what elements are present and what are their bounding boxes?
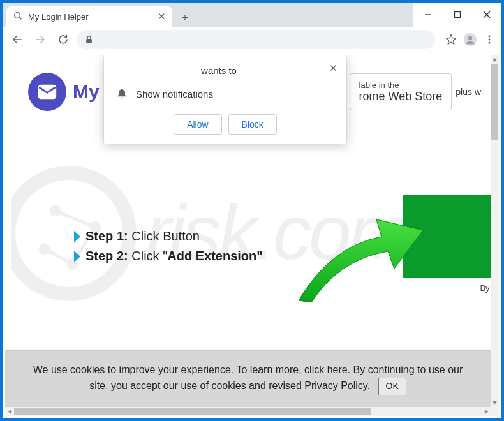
scrollbar-thumb[interactable] [491,64,498,140]
window-controls [413,3,501,27]
forward-button[interactable] [31,30,50,49]
block-button[interactable]: Block [228,114,277,135]
bell-icon [115,87,128,100]
chevron-right-icon [73,230,82,244]
allow-button[interactable]: Allow [174,114,221,135]
scrollbar-thumb[interactable] [14,408,371,415]
dialog-buttons: Allow Block [115,114,335,135]
browser-tab[interactable]: My Login Helper ✕ [6,6,172,27]
truncated-text: plus w [456,87,481,97]
dialog-close-button[interactable]: ✕ [329,63,337,74]
svg-marker-28 [493,401,497,404]
privacy-policy-link[interactable]: Privacy Policy [304,380,367,391]
svg-marker-30 [484,409,487,413]
svg-rect-3 [455,12,461,18]
tab-close-icon[interactable]: ✕ [158,11,166,22]
lock-icon[interactable] [84,34,94,44]
reload-button[interactable] [54,30,73,49]
arrow-graphic [292,208,426,306]
cookies-here-link[interactable]: here [327,364,348,375]
svg-point-13 [489,38,491,40]
svg-point-14 [489,41,491,43]
titlebar: My Login Helper ✕ + [3,3,501,27]
dialog-title: wants to [115,65,335,76]
toolbar [3,27,501,52]
window-frame: My Login Helper ✕ + [0,0,504,421]
notification-permission-dialog: ✕ wants to Show notifications Allow Bloc… [104,55,346,144]
mail-icon [28,73,66,111]
horizontal-scrollbar[interactable] [5,407,491,416]
scroll-left-icon[interactable] [5,407,14,416]
new-tab-button[interactable]: + [176,9,194,27]
back-button[interactable] [8,30,27,49]
close-window-button[interactable] [472,3,501,27]
svg-marker-26 [74,251,80,262]
cookie-banner: We use cookies to improve your experienc… [5,350,491,407]
svg-marker-9 [447,34,456,44]
search-icon [13,11,23,23]
tab-strip: My Login Helper ✕ + [3,3,413,27]
svg-point-11 [468,36,473,40]
permission-request-text: Show notifications [136,89,213,100]
permission-request-row: Show notifications [115,87,335,100]
menu-icon[interactable] [482,33,496,47]
cookies-ok-button[interactable]: OK [378,378,406,395]
svg-marker-27 [493,57,497,61]
svg-rect-8 [86,39,92,43]
brand-title: My [73,81,100,103]
scroll-down-icon[interactable] [491,398,499,407]
profile-icon[interactable] [463,33,477,47]
svg-marker-29 [8,409,11,413]
toolbar-right [439,33,496,47]
star-icon[interactable] [444,33,458,47]
viewport: risk.com My lable in the rome Web Store [5,55,499,416]
address-bar[interactable] [77,30,435,49]
svg-point-0 [15,12,20,18]
scroll-right-icon[interactable] [482,407,491,416]
scrollbar-corner [491,407,499,416]
brand-logo-area: My [28,73,100,111]
chevron-right-icon [73,249,82,263]
maximize-button[interactable] [443,3,472,27]
svg-point-12 [489,35,491,37]
chrome-store-badge[interactable]: lable in the rome Web Store [350,73,452,110]
svg-marker-25 [74,231,80,242]
scroll-up-icon[interactable] [491,55,499,64]
store-badge-text: lable in the rome Web Store [359,80,443,103]
vertical-scrollbar[interactable] [491,55,499,407]
tab-title: My Login Helper [28,12,152,22]
minimize-button[interactable] [413,3,443,27]
svg-line-1 [19,17,21,19]
